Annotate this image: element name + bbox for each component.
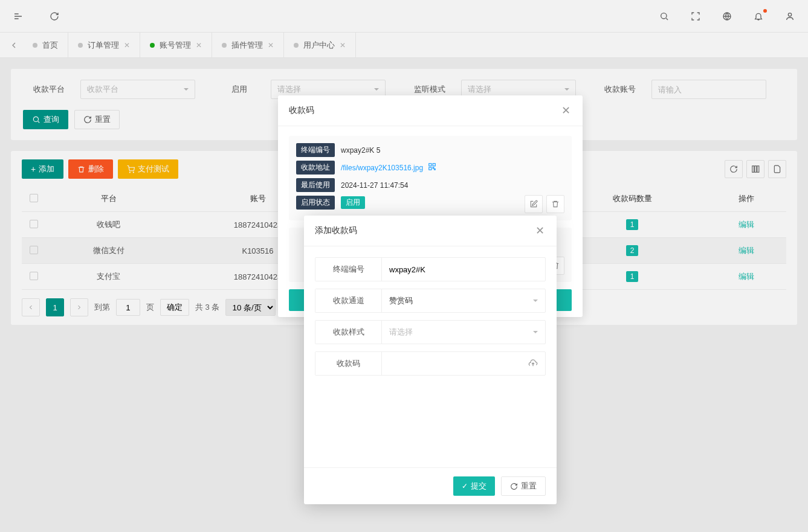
form-label: 收款通道: [315, 289, 382, 312]
qrcode-icon[interactable]: [428, 162, 436, 173]
status-badge: 启用: [341, 196, 365, 209]
modal-title: 收款码: [289, 105, 314, 116]
svg-rect-11: [429, 167, 431, 170]
form-row-terminal: 终端编号: [315, 257, 546, 281]
terminal-input[interactable]: [389, 265, 538, 274]
close-icon[interactable]: ✕: [560, 104, 572, 117]
form-label: 终端编号: [315, 258, 382, 281]
qr-info-card: 终端编号 wxpay2#K 5 收款地址 /files/wxpay2K10351…: [289, 136, 572, 220]
form-row-style: 收款样式 请选择: [315, 320, 546, 336]
add-qr-modal: 添加收款码 ✕ 终端编号 收款通道 赞赏码 收款样式 请选择 收款码: [304, 216, 557, 336]
form-row-channel: 收款通道 赞赏码: [315, 289, 546, 313]
last-tag: 最后使用: [296, 178, 335, 192]
terminal-value: wxpay2#K 5: [341, 146, 380, 155]
form-label: 收款样式: [315, 321, 382, 336]
style-select[interactable]: 请选择: [382, 321, 545, 336]
status-tag: 启用状态: [296, 196, 335, 210]
svg-rect-10: [433, 164, 435, 166]
addr-tag: 收款地址: [296, 161, 335, 175]
chevron-down-icon: [533, 331, 538, 336]
terminal-tag: 终端编号: [296, 143, 335, 157]
last-value: 2024-11-27 11:47:54: [341, 181, 408, 190]
chevron-down-icon: [533, 300, 538, 304]
channel-select[interactable]: 赞赏码: [382, 289, 545, 312]
delete-card-button[interactable]: [546, 195, 564, 213]
edit-card-button[interactable]: [525, 195, 543, 213]
modal2-title: 添加收款码: [315, 225, 357, 236]
addr-link[interactable]: /files/wxpay2K103516.jpg: [341, 164, 423, 172]
close-icon[interactable]: ✕: [534, 224, 546, 237]
svg-rect-9: [429, 164, 431, 166]
